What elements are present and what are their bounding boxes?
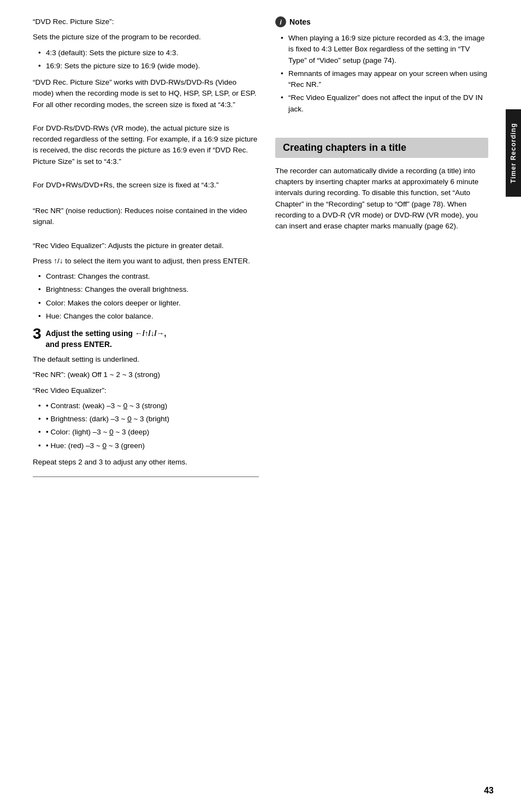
- step3-title-block: Adjust the setting using ←/↑/↓/→, and pr…: [46, 328, 167, 350]
- dvd-rec-bullets: 4:3 (default): Sets the picture size to …: [33, 48, 259, 72]
- step3-number: 3: [33, 326, 42, 342]
- step3-rec-eq-label: “Rec Video Equalizer”:: [33, 385, 259, 396]
- step3-color: • Color: (light) –3 ~ 0 ~ 3 (deep): [38, 427, 259, 438]
- notes-bullet-2: Remnants of images may appear on your sc…: [281, 68, 488, 91]
- dvd-rec-body1: “DVD Rec. Picture Size” works with DVD-R…: [33, 77, 259, 110]
- step3-heading: 3 Adjust the setting using ←/↑/↓/→, and …: [33, 328, 259, 350]
- eq-bullet-color: Color: Makes the colors deeper or lighte…: [38, 298, 259, 309]
- main-content: “DVD Rec. Picture Size”: Sets the pictur…: [0, 0, 505, 812]
- bullet-169: 16:9: Sets the picture size to 16:9 (wid…: [38, 61, 259, 72]
- step3-brightness: • Brightness: (dark) –3 ~ 0 ~ 3 (bright): [38, 414, 259, 425]
- dvd-rec-desc: Sets the picture size of the program to …: [33, 32, 259, 43]
- bottom-divider: [33, 476, 259, 477]
- step3-repeat: Repeat steps 2 and 3 to adjust any other…: [33, 457, 259, 468]
- step3-hue: • Hue: (red) –3 ~ 0 ~ 3 (green): [38, 440, 259, 451]
- left-column: “DVD Rec. Picture Size”: Sets the pictur…: [33, 16, 259, 796]
- dvd-rec-title: “DVD Rec. Picture Size”:: [33, 16, 259, 27]
- sidebar-label: Timer Recording: [510, 123, 517, 183]
- dvd-rec-section: “DVD Rec. Picture Size”: Sets the pictur…: [33, 16, 259, 191]
- notes-section: i Notes When playing a 16:9 size picture…: [275, 16, 488, 115]
- notes-label: Notes: [289, 17, 311, 26]
- page-container: Timer Recording “DVD Rec. Picture Size”:…: [0, 0, 521, 812]
- notes-bullet-1: When playing a 16:9 size picture recorde…: [281, 33, 488, 66]
- notes-bullets: When playing a 16:9 size picture recorde…: [275, 33, 488, 115]
- rec-nr-para: “Rec NR” (noise reduction): Reduces nois…: [33, 205, 259, 228]
- notes-heading-block: i Notes: [275, 16, 488, 27]
- sidebar-tab: Timer Recording: [506, 109, 521, 197]
- eq-bullet-brightness: Brightness: Changes the overall brightne…: [38, 284, 259, 295]
- rec-eq-para: “Rec Video Equalizer”: Adjusts the pictu…: [33, 240, 259, 251]
- page-number: 43: [484, 786, 494, 796]
- step3-rec-nr: “Rec NR”: (weak) Off 1 ~ 2 ~ 3 (strong): [33, 369, 259, 380]
- eq-bullet-hue: Hue: Changes the color balance.: [38, 311, 259, 322]
- step3-eq-bullets: • Contrast: (weak) –3 ~ 0 ~ 3 (strong) •…: [33, 401, 259, 451]
- right-column: i Notes When playing a 16:9 size picture…: [275, 16, 488, 796]
- chapter-heading-box: Creating chapters in a title: [275, 138, 488, 158]
- bullet-43: 4:3 (default): Sets the picture size to …: [38, 48, 259, 58]
- step3-contrast: • Contrast: (weak) –3 ~ 0 ~ 3 (strong): [38, 401, 259, 411]
- dvd-rec-body3: For DVD+RWs/DVD+Rs, the screen size is f…: [33, 180, 259, 191]
- chapter-body: The recorder can automatically divide a …: [275, 166, 488, 232]
- eq-bullet-contrast: Contrast: Changes the contrast.: [38, 271, 259, 282]
- rec-nr-section: “Rec NR” (noise reduction): Reduces nois…: [33, 205, 259, 322]
- rec-eq-press: Press ↑/↓ to select the item you want to…: [33, 256, 259, 267]
- step3-default: The default setting is underlined.: [33, 354, 259, 365]
- notes-icon: i: [275, 16, 286, 27]
- notes-bullet-3: “Rec Video Equalizer” does not affect th…: [281, 92, 488, 115]
- chapter-heading-text: Creating chapters in a title: [283, 142, 406, 153]
- chapter-section: Creating chapters in a title The recorde…: [275, 138, 488, 232]
- rec-eq-bullets: Contrast: Changes the contrast. Brightne…: [33, 271, 259, 322]
- step3-heading-text: Adjust the setting using ←/↑/↓/→, and pr…: [46, 329, 167, 349]
- dvd-rec-body2: For DVD-Rs/DVD-RWs (VR mode), the actual…: [33, 123, 259, 167]
- step3-section: 3 Adjust the setting using ←/↑/↓/→, and …: [33, 328, 259, 468]
